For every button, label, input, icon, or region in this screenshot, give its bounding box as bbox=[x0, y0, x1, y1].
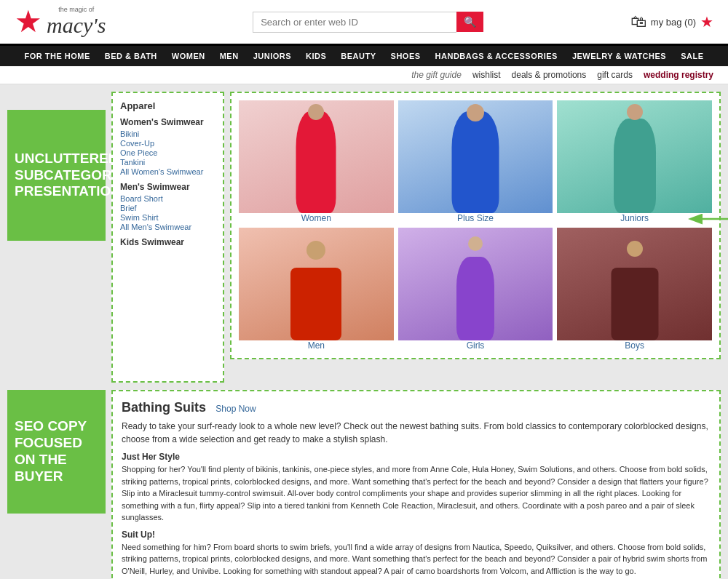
search-input[interactable] bbox=[253, 12, 456, 33]
nav-women[interactable]: WOMEN bbox=[165, 46, 213, 66]
sidebar-kids-heading: Kids Swimwear bbox=[120, 237, 215, 247]
nav-sale[interactable]: SALE bbox=[673, 46, 711, 66]
seo-intro: Ready to take your surf-ready look to a … bbox=[122, 420, 711, 446]
logo-star-icon: ★ bbox=[15, 7, 42, 37]
bag-star-icon: ★ bbox=[700, 13, 713, 31]
sidebar-womens-heading: Women's Swimwear bbox=[120, 117, 215, 127]
bathing-suits-title: Bathing Suits bbox=[122, 400, 206, 415]
sidebar-onepiece[interactable]: One Piece bbox=[120, 148, 215, 157]
plus-size-link[interactable]: Plus Size bbox=[457, 213, 494, 223]
gift-cards-link[interactable]: gift cards bbox=[597, 70, 633, 80]
girls-link[interactable]: Girls bbox=[467, 340, 485, 351]
sidebar-all-mens[interactable]: All Men's Swimwear bbox=[120, 223, 215, 231]
sidebar-swim-shirt[interactable]: Swim Shirt bbox=[120, 213, 215, 222]
product-item-juniors[interactable]: Juniors bbox=[557, 100, 712, 223]
shop-now-link[interactable]: Shop Now bbox=[215, 404, 256, 414]
nav-kids[interactable]: KIDS bbox=[298, 46, 333, 66]
women-link[interactable]: Women bbox=[301, 213, 331, 223]
seo-para2-text: Need something for him? From board short… bbox=[122, 541, 711, 578]
nav-juniors[interactable]: JUNIORS bbox=[246, 46, 298, 66]
juniors-link[interactable]: Juniors bbox=[620, 213, 649, 223]
wedding-registry-link[interactable]: wedding registry bbox=[644, 70, 713, 80]
logo-name-text: macy's bbox=[47, 13, 106, 37]
wishlist-link[interactable]: wishlist bbox=[472, 70, 501, 80]
boys-link[interactable]: Boys bbox=[625, 340, 644, 351]
seo-section-wrapper: SEO COPY FOCUSED ON THE BUYER Bathing Su… bbox=[7, 390, 721, 579]
nav-shoes[interactable]: SHOES bbox=[384, 46, 428, 66]
sidebar: Apparel Women's Swimwear Bikini Cover-Up… bbox=[111, 92, 224, 383]
seo-para1-title: Just Her Style bbox=[122, 452, 711, 462]
sidebar-coverup[interactable]: Cover-Up bbox=[120, 139, 215, 148]
nav-bed-bath[interactable]: BED & BATH bbox=[98, 46, 165, 66]
nav-beauty[interactable]: BEAUTY bbox=[333, 46, 383, 66]
sub-nav: the gift guide wishlist deals & promotio… bbox=[0, 66, 728, 84]
main-nav: FOR THE HOME BED & BATH WOMEN MEN JUNIOR… bbox=[0, 46, 728, 66]
sidebar-bikini[interactable]: Bikini bbox=[120, 129, 215, 138]
nav-handbags[interactable]: HANDBAGS & ACCESSORIES bbox=[428, 46, 565, 66]
seo-para1-text: Shopping for her? You'll find plenty of … bbox=[122, 463, 711, 524]
sidebar-tankini[interactable]: Tankini bbox=[120, 158, 215, 167]
seo-content: Bathing Suits Shop Now Ready to take you… bbox=[111, 390, 721, 579]
product-item-girls[interactable]: Girls bbox=[398, 228, 553, 351]
men-link[interactable]: Men bbox=[308, 340, 325, 351]
deals-link[interactable]: deals & promotions bbox=[512, 70, 587, 80]
nav-men[interactable]: MEN bbox=[213, 46, 246, 66]
seo-para2-title: Suit Up! bbox=[122, 530, 711, 540]
subcategory-annotation: UNCLUTTERED SUBCATEGORY PRESENTATION bbox=[7, 110, 106, 241]
site-header: ★ the magic of macy's 🔍 🛍 my bag (0) ★ bbox=[0, 0, 728, 46]
product-section: Women Plus Size bbox=[230, 92, 721, 359]
nav-for-the-home[interactable]: FOR THE HOME bbox=[17, 46, 97, 66]
seo-annotation: SEO COPY FOCUSED ON THE BUYER bbox=[7, 390, 106, 514]
sidebar-title: Apparel bbox=[120, 100, 215, 111]
sidebar-all-womens[interactable]: All Women's Swimwear bbox=[120, 167, 215, 176]
sidebar-board-short[interactable]: Board Short bbox=[120, 194, 215, 203]
sidebar-mens-heading: Men's Swimwear bbox=[120, 182, 215, 192]
bag-label: my bag (0) bbox=[651, 17, 696, 28]
product-item-plus-size[interactable]: Plus Size bbox=[398, 100, 553, 223]
gift-guide-label: the gift guide bbox=[411, 70, 462, 80]
bag-icon: 🛍 bbox=[630, 12, 646, 31]
search-area: 🔍 bbox=[253, 12, 483, 33]
bag-area[interactable]: 🛍 my bag (0) ★ bbox=[630, 12, 713, 31]
product-item-boys[interactable]: Boys bbox=[557, 228, 712, 351]
nav-jewelry[interactable]: JEWELRY & WATCHES bbox=[565, 46, 673, 66]
logo-magic-text: the magic of bbox=[47, 6, 106, 13]
sidebar-brief[interactable]: Brief bbox=[120, 204, 215, 212]
product-item-women[interactable]: Women bbox=[239, 100, 394, 223]
search-button[interactable]: 🔍 bbox=[456, 12, 483, 32]
product-item-men[interactable]: Men bbox=[239, 228, 394, 351]
logo[interactable]: ★ the magic of macy's bbox=[15, 6, 106, 38]
